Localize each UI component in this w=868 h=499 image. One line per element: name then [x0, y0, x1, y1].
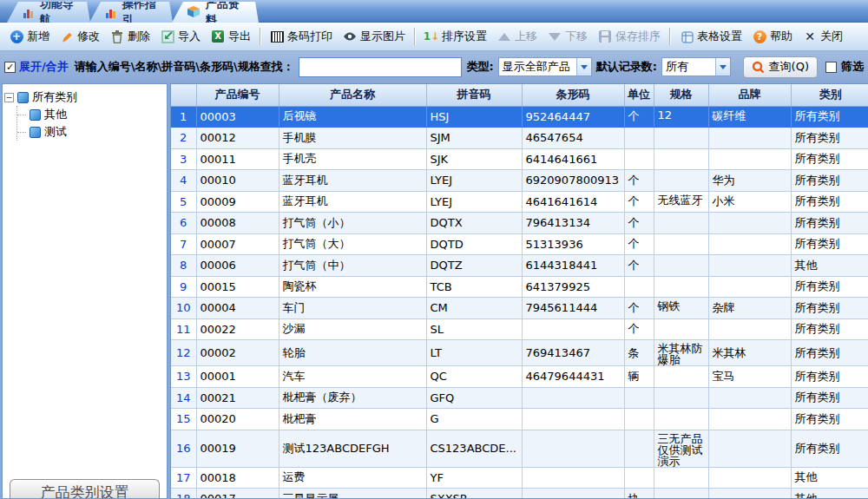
- tab-function-nav[interactable]: 功能导航: [7, 2, 90, 23]
- move-up-button[interactable]: 上移: [492, 26, 542, 47]
- cell-spec: [654, 255, 708, 277]
- column-header[interactable]: [171, 84, 196, 106]
- button-label: 帮助: [770, 29, 792, 44]
- cell-name: 沙漏: [279, 318, 426, 340]
- cell-brand: 小米: [708, 191, 791, 213]
- column-header[interactable]: 条形码: [522, 84, 624, 106]
- cell-name: 车门: [279, 298, 426, 319]
- column-header[interactable]: 规格: [654, 84, 708, 106]
- table-row[interactable]: 1000004车门CM7945611444个钢铁杂牌所有类别: [171, 298, 868, 319]
- chevron-down-icon[interactable]: [576, 58, 591, 76]
- column-header[interactable]: 品牌: [708, 84, 791, 106]
- cell-name: 汽车: [279, 366, 426, 388]
- cell-unit: 辆: [624, 366, 654, 388]
- row-number-cell: 11: [171, 318, 196, 340]
- tree-node-其他[interactable]: 其他: [17, 106, 165, 123]
- table-row[interactable]: 400010蓝牙耳机LYEJ6920907800913个华为所有类别: [171, 170, 868, 192]
- cell-pinyin: DQTZ: [426, 255, 522, 277]
- expand-merge-link[interactable]: 展开/合并: [19, 59, 69, 75]
- product-table: 产品编号产品名称拼音码条形码单位规格品牌类别 100003后视镜HSJ95246…: [170, 83, 868, 499]
- cell-spec: 钢铁: [654, 298, 708, 319]
- export-button[interactable]: X 导出: [206, 26, 256, 47]
- cell-code: 00020: [196, 409, 279, 430]
- save-sort-button[interactable]: 保存排序: [593, 26, 666, 47]
- move-down-button[interactable]: 下移: [542, 26, 593, 47]
- table-row[interactable]: 1800017三星显示屏SXXSP块其他: [171, 489, 868, 499]
- cell-unit: 个: [624, 106, 654, 128]
- column-header[interactable]: 类别: [791, 84, 868, 106]
- cell-category: 其他: [791, 489, 868, 499]
- table-row[interactable]: 600008打气筒（小）DQTX796413134个所有类别: [171, 213, 868, 234]
- cell-name: 手机壳: [279, 148, 426, 170]
- import-button[interactable]: 导入: [155, 26, 206, 47]
- tree-node-label: 所有类别: [32, 89, 77, 105]
- row-number-cell: 1: [171, 106, 196, 128]
- table-row[interactable]: 100003后视镜HSJ952464447个12碳纤维所有类别: [171, 106, 868, 128]
- barcode-icon: [270, 30, 284, 43]
- cell-category: 所有类别: [791, 213, 868, 234]
- type-select-value: 显示全部产品: [503, 59, 570, 75]
- collapse-icon[interactable]: −: [4, 93, 14, 102]
- help-button[interactable]: ? 帮助: [747, 26, 798, 47]
- table-row[interactable]: 1400021枇杷膏（废弃）GFQ所有类别: [171, 387, 868, 409]
- cell-code: 00002: [196, 340, 279, 366]
- cell-pinyin: TCB: [426, 276, 522, 298]
- tab-product-data[interactable]: 产品资料: [172, 2, 259, 23]
- cell-code: 00006: [196, 255, 279, 277]
- edit-button[interactable]: 修改: [55, 26, 105, 47]
- button-label: 产品类别设置: [41, 483, 129, 498]
- column-header[interactable]: 产品编号: [196, 84, 279, 106]
- table-row[interactable]: 300011手机壳SJK6414641661所有类别: [171, 148, 868, 170]
- table-row[interactable]: 900015陶瓷杯TCB641379925所有类别: [171, 276, 868, 298]
- import-icon: [161, 30, 174, 43]
- column-header[interactable]: 拼音码: [426, 84, 522, 106]
- barcode-print-button[interactable]: 条码打印: [265, 26, 338, 47]
- column-header[interactable]: 产品名称: [279, 84, 426, 106]
- cell-brand: [708, 467, 791, 489]
- query-button[interactable]: 查询(Q): [743, 56, 818, 78]
- show-image-button[interactable]: 显示图片: [338, 26, 411, 47]
- cell-name: 三星显示屏: [279, 489, 426, 499]
- tree-node-测试[interactable]: 测试: [17, 123, 165, 141]
- category-tree-panel: − 所有类别 其他测试 产品类别设置: [2, 83, 168, 499]
- button-label: 显示图片: [360, 29, 405, 44]
- chevron-down-icon[interactable]: [715, 58, 730, 76]
- table-row[interactable]: 1700018运费YF其他: [171, 467, 868, 489]
- table-row[interactable]: 1100022沙漏SL个所有类别: [171, 318, 868, 340]
- cell-barcode: 641379925: [522, 276, 624, 298]
- table-settings-button[interactable]: 表格设置: [674, 26, 747, 47]
- filter-checkbox[interactable]: [825, 62, 837, 73]
- tab-operation-guide[interactable]: 操作指引: [89, 2, 173, 23]
- tree-node-all-categories[interactable]: − 所有类别: [4, 89, 165, 106]
- cell-pinyin: LT: [426, 340, 522, 366]
- new-button[interactable]: + 新增: [4, 26, 55, 47]
- table-row[interactable]: 1600019测试123ABCDEFGHCS123ABCDE...三无产品仅供测…: [171, 430, 868, 467]
- button-label: 导入: [178, 29, 201, 44]
- row-number-cell: 7: [171, 233, 196, 255]
- category-settings-button[interactable]: 产品类别设置: [10, 479, 160, 498]
- records-select[interactable]: 所有: [661, 57, 731, 76]
- button-label: 关闭: [820, 29, 843, 44]
- table-row[interactable]: 700007打气筒（大）DQTD51313936个所有类别: [171, 233, 868, 255]
- table-row[interactable]: 1300001汽车QC46479644431辆宝马所有类别: [171, 366, 868, 388]
- type-select[interactable]: 显示全部产品: [498, 57, 592, 76]
- search-input[interactable]: [299, 57, 463, 77]
- cell-barcode: [522, 387, 624, 409]
- toolbar: + 新增 修改 删除 导入 X 导出 条码打印 显示图片 1↓ 排序设置: [0, 23, 868, 51]
- cell-category: 其他: [791, 255, 868, 277]
- button-label: 修改: [77, 29, 100, 44]
- cell-brand: [708, 387, 791, 409]
- cell-barcode: [522, 467, 624, 489]
- expand-merge-checkbox[interactable]: ✓: [4, 62, 16, 73]
- table-row[interactable]: 200012手机膜SJM46547654所有类别: [171, 128, 868, 149]
- table-row[interactable]: 800006打气筒（中）DQTZ6144318441个其他: [171, 255, 868, 277]
- sort-settings-button[interactable]: 1↓ 排序设置: [419, 26, 492, 47]
- delete-button[interactable]: 删除: [105, 26, 155, 47]
- cell-unit: [624, 387, 654, 409]
- table-row[interactable]: 1500020枇杷膏G所有类别: [171, 409, 868, 430]
- table-row[interactable]: 500009蓝牙耳机LYEJ4641641614个无线蓝牙小米所有类别: [171, 191, 868, 213]
- close-button[interactable]: ✕ 关闭: [798, 26, 848, 47]
- table-row[interactable]: 1200002轮胎LT769413467条米其林防爆胎米其林所有类别: [171, 340, 868, 366]
- cell-unit: 条: [624, 340, 654, 366]
- column-header[interactable]: 单位: [624, 84, 654, 106]
